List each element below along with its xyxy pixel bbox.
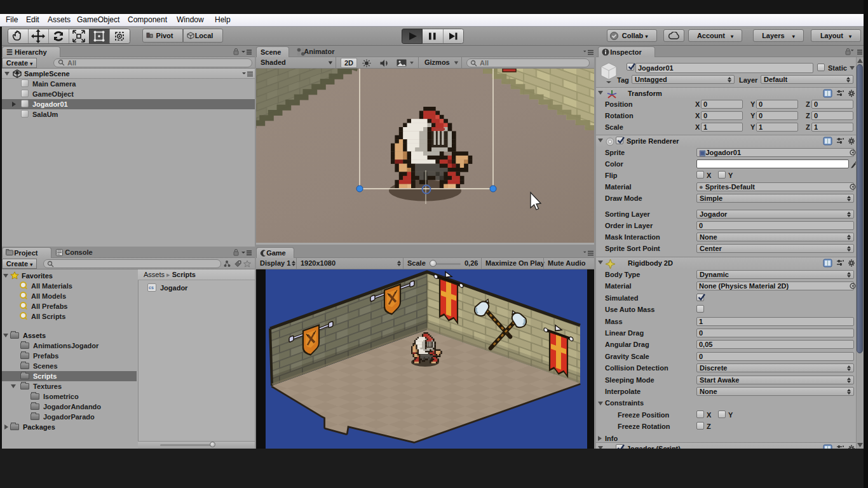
svg-text:cs: cs xyxy=(149,285,154,290)
